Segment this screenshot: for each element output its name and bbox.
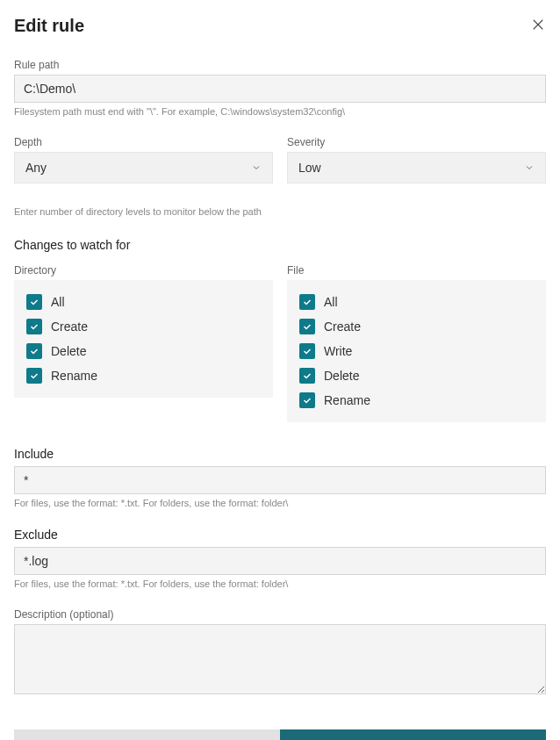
checkbox-icon <box>26 319 42 334</box>
exclude-help: For files, use the format: *.txt. For fo… <box>14 578 546 589</box>
checkbox-label: All <box>324 295 338 309</box>
checkbox-icon <box>299 368 315 384</box>
directory-checkbox-delete[interactable]: Delete <box>26 343 261 359</box>
rule-path-label: Rule path <box>14 59 546 71</box>
checkbox-label: Write <box>324 344 352 358</box>
description-textarea[interactable] <box>14 624 546 694</box>
checkbox-label: Rename <box>51 369 97 383</box>
checkbox-label: Delete <box>324 369 359 383</box>
directory-label: Directory <box>14 264 273 277</box>
rule-path-help: Filesystem path must end with "\". For e… <box>14 106 546 117</box>
exclude-input[interactable] <box>14 547 546 575</box>
checkbox-label: All <box>51 295 65 309</box>
severity-select[interactable]: Low <box>287 152 546 183</box>
exclude-label: Exclude <box>14 528 546 542</box>
include-help: For files, use the format: *.txt. For fo… <box>14 498 546 508</box>
severity-value: Low <box>298 161 321 175</box>
checkbox-label: Delete <box>51 344 86 358</box>
chevron-down-icon <box>524 162 535 173</box>
checkbox-label: Create <box>324 320 361 334</box>
file-checkbox-delete[interactable]: Delete <box>299 368 534 384</box>
file-checkbox-write[interactable]: Write <box>299 343 534 359</box>
depth-value: Any <box>25 161 47 175</box>
depth-label: Depth <box>14 136 273 148</box>
checkbox-icon <box>26 343 42 359</box>
checkbox-icon <box>299 319 315 334</box>
checkbox-icon <box>299 343 315 359</box>
changes-title: Changes to watch for <box>14 238 546 252</box>
directory-checkbox-all[interactable]: All <box>26 294 261 310</box>
include-label: Include <box>14 447 546 461</box>
file-checkbox-rename[interactable]: Rename <box>299 392 534 408</box>
directory-checkbox-create[interactable]: Create <box>26 319 261 334</box>
file-label: File <box>287 264 546 277</box>
checkbox-icon <box>299 392 315 408</box>
close-button[interactable] <box>530 17 546 36</box>
file-checkbox-all[interactable]: All <box>299 294 534 310</box>
checkbox-label: Rename <box>324 393 370 407</box>
description-label: Description (optional) <box>14 608 546 621</box>
directory-checkbox-rename[interactable]: Rename <box>26 368 261 384</box>
severity-label: Severity <box>287 136 546 148</box>
depth-select[interactable]: Any <box>14 152 273 183</box>
close-icon <box>530 17 546 32</box>
checkbox-label: Create <box>51 320 88 334</box>
chevron-down-icon <box>251 162 262 173</box>
file-panel: All Create Write Delete Rename <box>287 280 546 422</box>
cancel-button[interactable]: Cancel <box>14 729 280 740</box>
include-input[interactable] <box>14 466 546 494</box>
rule-path-input[interactable] <box>14 75 546 103</box>
checkbox-icon <box>299 294 315 310</box>
file-checkbox-create[interactable]: Create <box>299 319 534 334</box>
checkbox-icon <box>26 294 42 310</box>
directory-panel: All Create Delete Rename <box>14 280 273 398</box>
checkbox-icon <box>26 368 42 384</box>
page-title: Edit rule <box>14 16 84 36</box>
update-rule-button[interactable]: Update rule <box>280 729 546 740</box>
depth-help: Enter number of directory levels to moni… <box>14 206 546 217</box>
